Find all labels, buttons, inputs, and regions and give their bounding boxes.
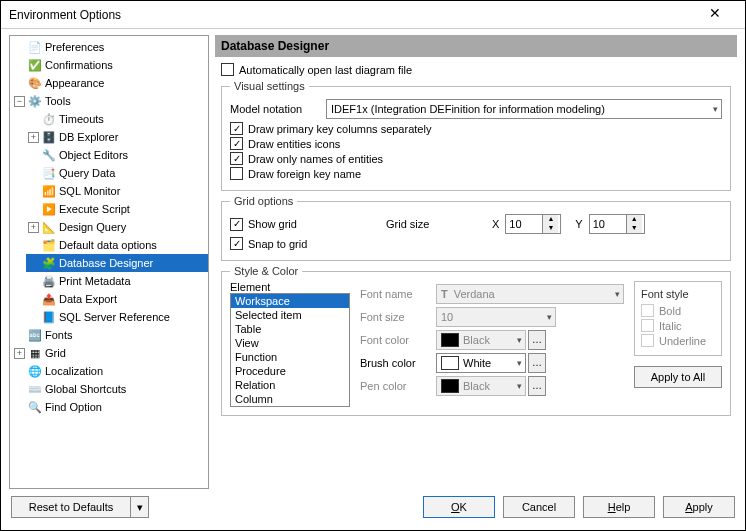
- tree-designquery[interactable]: +📐Design Query: [26, 218, 208, 236]
- tree-querydata[interactable]: 📑Query Data: [26, 164, 208, 182]
- font-icon: T: [441, 288, 448, 300]
- show-grid-checkbox[interactable]: Show grid: [230, 218, 380, 231]
- expander-plus-icon[interactable]: +: [28, 132, 39, 143]
- list-item[interactable]: Function: [231, 350, 349, 364]
- title-bar: Environment Options ✕: [1, 1, 745, 29]
- draw-fk-checkbox[interactable]: Draw foreign key name: [230, 167, 722, 180]
- draw-names-checkbox[interactable]: Draw only names of entities: [230, 152, 722, 165]
- confirm-icon: ✅: [28, 58, 42, 72]
- visual-settings-group: Visual settings Model notation IDEF1x (I…: [221, 80, 731, 191]
- fontcolor-more-button[interactable]: …: [528, 330, 546, 350]
- model-notation-label: Model notation: [230, 103, 320, 115]
- list-item[interactable]: Relation: [231, 378, 349, 392]
- objecteditors-icon: 🔧: [42, 148, 56, 162]
- brushcolor-combo[interactable]: White▾: [436, 353, 526, 373]
- tree-dbexplorer[interactable]: +🗄️DB Explorer: [26, 128, 208, 146]
- sqlmonitor-icon: 📶: [42, 184, 56, 198]
- brushcolor-more-button[interactable]: …: [528, 353, 546, 373]
- expander-minus-icon[interactable]: −: [14, 96, 25, 107]
- apply-button[interactable]: Apply: [663, 496, 735, 518]
- list-item[interactable]: Selected item: [231, 308, 349, 322]
- tree-executescript[interactable]: ▶️Execute Script: [26, 200, 208, 218]
- help-button[interactable]: Help: [583, 496, 655, 518]
- style-color-group: Style & Color Element Workspace Selected…: [221, 265, 731, 416]
- auto-open-checkbox[interactable]: Automatically open last diagram file: [221, 63, 731, 76]
- cancel-button[interactable]: Cancel: [503, 496, 575, 518]
- preferences-icon: 📄: [28, 40, 42, 54]
- element-label: Element: [230, 281, 350, 293]
- reset-dropdown-button[interactable]: ▾: [131, 496, 149, 518]
- grid-x-spinner[interactable]: ▲▼: [505, 214, 561, 234]
- localization-icon: 🌐: [28, 364, 42, 378]
- ok-button[interactable]: OK: [423, 496, 495, 518]
- close-icon[interactable]: ✕: [693, 5, 737, 25]
- list-item[interactable]: View: [231, 336, 349, 350]
- tree-appearance[interactable]: 🎨Appearance: [12, 74, 208, 92]
- tree-tools[interactable]: −⚙️Tools: [12, 92, 208, 110]
- grid-y-spinner[interactable]: ▲▼: [589, 214, 645, 234]
- designquery-icon: 📐: [42, 220, 56, 234]
- tree-preferences[interactable]: 📄Preferences: [12, 38, 208, 56]
- tree-fonts[interactable]: 🔤Fonts: [12, 326, 208, 344]
- italic-checkbox[interactable]: Italic: [641, 319, 715, 332]
- grid-size-label: Grid size: [386, 218, 486, 230]
- fonts-icon: 🔤: [28, 328, 42, 342]
- tree-grid[interactable]: +▦Grid: [12, 344, 208, 362]
- pencolor-combo[interactable]: Black▾: [436, 376, 526, 396]
- dataexport-icon: 📤: [42, 292, 56, 306]
- chevron-down-icon: ▾: [713, 104, 718, 114]
- dialog-footer: Reset to Defaults ▾ OK Cancel Help Apply: [1, 489, 745, 525]
- printmetadata-icon: 🖨️: [42, 274, 56, 288]
- tree-defaultdata[interactable]: 🗂️Default data options: [26, 236, 208, 254]
- grid-icon: ▦: [28, 346, 42, 360]
- defaultdata-icon: 🗂️: [42, 238, 56, 252]
- tree-dataexport[interactable]: 📤Data Export: [26, 290, 208, 308]
- tree-confirmations[interactable]: ✅Confirmations: [12, 56, 208, 74]
- list-item[interactable]: Procedure: [231, 364, 349, 378]
- pencolor-more-button[interactable]: …: [528, 376, 546, 396]
- bold-checkbox[interactable]: Bold: [641, 304, 715, 317]
- element-listbox[interactable]: Workspace Selected item Table View Funct…: [230, 293, 350, 407]
- tree-findoption[interactable]: 🔍Find Option: [12, 398, 208, 416]
- expander-plus-icon[interactable]: +: [14, 348, 25, 359]
- tree-printmetadata[interactable]: 🖨️Print Metadata: [26, 272, 208, 290]
- dbexplorer-icon: 🗄️: [42, 130, 56, 144]
- list-item[interactable]: Column: [231, 392, 349, 406]
- draw-icons-checkbox[interactable]: Draw entities icons: [230, 137, 722, 150]
- tree-sqlserverref[interactable]: 📘SQL Server Reference: [26, 308, 208, 326]
- model-notation-combo[interactable]: IDEF1x (Integration DEFinition for infor…: [326, 99, 722, 119]
- tree-globalshortcuts[interactable]: ⌨️Global Shortcuts: [12, 380, 208, 398]
- snap-grid-checkbox[interactable]: Snap to grid: [230, 237, 722, 250]
- fontstyle-group: Font style Bold Italic Underline: [634, 281, 722, 356]
- page-title: Database Designer: [215, 35, 737, 57]
- findoption-icon: 🔍: [28, 400, 42, 414]
- globalshortcuts-icon: ⌨️: [28, 382, 42, 396]
- window-title: Environment Options: [9, 8, 693, 22]
- tree-sqlmonitor[interactable]: 📶SQL Monitor: [26, 182, 208, 200]
- tree-databasedesigner[interactable]: 🧩Database Designer: [26, 254, 208, 272]
- apply-to-all-button[interactable]: Apply to All: [634, 366, 722, 388]
- tools-icon: ⚙️: [28, 94, 42, 108]
- list-item[interactable]: Table: [231, 322, 349, 336]
- sqlserverref-icon: 📘: [42, 310, 56, 324]
- querydata-icon: 📑: [42, 166, 56, 180]
- appearance-icon: 🎨: [28, 76, 42, 90]
- timeouts-icon: ⏱️: [42, 112, 56, 126]
- fontname-combo[interactable]: TVerdana▾: [436, 284, 624, 304]
- grid-options-group: Grid options Show grid Grid size X ▲▼ Y …: [221, 195, 731, 261]
- tree-timeouts[interactable]: ⏱️Timeouts: [26, 110, 208, 128]
- fontsize-combo[interactable]: 10▾: [436, 307, 556, 327]
- expander-plus-icon[interactable]: +: [28, 222, 39, 233]
- reset-defaults-button[interactable]: Reset to Defaults: [11, 496, 131, 518]
- nav-tree[interactable]: 📄Preferences ✅Confirmations 🎨Appearance …: [9, 35, 209, 489]
- draw-pk-checkbox[interactable]: Draw primary key columns separately: [230, 122, 722, 135]
- list-item[interactable]: Workspace: [231, 294, 349, 308]
- fontcolor-combo[interactable]: Black▾: [436, 330, 526, 350]
- tree-objecteditors[interactable]: 🔧Object Editors: [26, 146, 208, 164]
- tree-localization[interactable]: 🌐Localization: [12, 362, 208, 380]
- databasedesigner-icon: 🧩: [42, 256, 56, 270]
- underline-checkbox[interactable]: Underline: [641, 334, 715, 347]
- executescript-icon: ▶️: [42, 202, 56, 216]
